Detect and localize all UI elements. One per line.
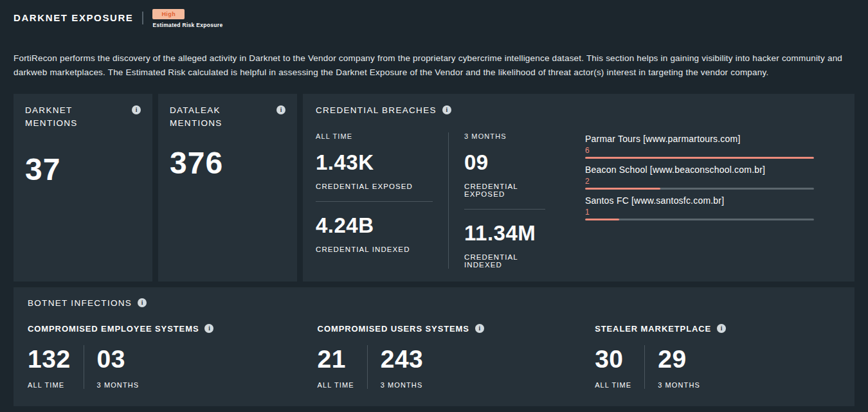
stealer-marketplace-section: STEALER MARKETPLACE i 30 ALL TIME 29 3 M… xyxy=(595,324,840,389)
darknet-mentions-header: DARKNET MENTIONS i xyxy=(25,104,141,130)
breach-source-label: Parmar Tours [www.parmartours.com] xyxy=(585,134,814,144)
breach-source-row: Beacon School [www.beaconschool.com.br] … xyxy=(585,165,814,190)
section-stats: 30 ALL TIME 29 3 MONTHS xyxy=(595,345,840,389)
all-time-value: 21 xyxy=(318,345,354,373)
all-time-stat: 21 ALL TIME xyxy=(318,345,367,389)
credential-breaches-title: CREDENTIAL BREACHES xyxy=(316,104,437,117)
darknet-exposure-page: DARKNET EXPOSURE High Estimated Risk Exp… xyxy=(0,0,868,412)
page-title: DARKNET EXPOSURE xyxy=(14,12,133,23)
credential-exposed-value: 1.43K xyxy=(316,150,448,175)
section-header: STEALER MARKETPLACE i xyxy=(595,324,840,334)
breach-source-bar-fill xyxy=(585,157,814,159)
three-months-stat: 29 3 MONTHS xyxy=(645,345,700,389)
three-months-label: 3 MONTHS xyxy=(381,381,424,389)
section-stats: 132 ALL TIME 03 3 MONTHS xyxy=(28,345,318,389)
breach-source-bar-track xyxy=(585,157,814,159)
metrics-cards-row: DARKNET MENTIONS i 37 DATALEAK MENTIONS … xyxy=(14,94,854,282)
section-title: COMPROMISED USERS SYSTEMS xyxy=(318,324,469,334)
botnet-infections-title: BOTNET INFECTIONS xyxy=(28,297,132,310)
section-description: FortiRecon performs the discovery of the… xyxy=(14,51,853,80)
credential-exposed-label: CREDENTIAL EXPOSED xyxy=(464,183,545,198)
three-months-stat: 243 3 MONTHS xyxy=(368,345,424,389)
stat-divider xyxy=(316,201,433,202)
credential-indexed-label: CREDENTIAL INDEXED xyxy=(464,253,545,269)
breach-source-label: Santos FC [www.santosfc.com.br] xyxy=(585,195,814,206)
breach-source-bar-track xyxy=(585,188,814,190)
period-label: 3 MONTHS xyxy=(464,132,545,140)
breach-source-label: Beacon School [www.beaconschool.com.br] xyxy=(585,165,814,175)
compromised-users-systems-section: COMPROMISED USERS SYSTEMS i 21 ALL TIME … xyxy=(318,324,595,389)
dataleak-mentions-card: DATALEAK MENTIONS i 376 xyxy=(158,94,297,282)
section-stats: 21 ALL TIME 243 3 MONTHS xyxy=(318,345,595,389)
section-title: STEALER MARKETPLACE xyxy=(595,324,711,334)
breach-source-row: Parmar Tours [www.parmartours.com] 6 xyxy=(585,134,814,159)
credential-breaches-header: CREDENTIAL BREACHES i xyxy=(316,104,842,117)
three-months-stat: 03 3 MONTHS xyxy=(84,345,140,389)
darknet-mentions-card: DARKNET MENTIONS i 37 xyxy=(14,94,152,282)
compromised-employee-systems-section: COMPROMISED EMPLOYEE SYSTEMS i 132 ALL T… xyxy=(28,324,318,389)
credential-exposed-value: 09 xyxy=(464,150,545,175)
botnet-infections-header: BOTNET INFECTIONS i xyxy=(28,297,840,310)
all-time-label: ALL TIME xyxy=(28,381,71,389)
credential-indexed-label: CREDENTIAL INDEXED xyxy=(316,246,448,253)
all-time-value: 30 xyxy=(595,345,631,373)
breach-source-bar-fill xyxy=(585,188,660,190)
dataleak-mentions-title: DATALEAK MENTIONS xyxy=(170,104,271,130)
dataleak-mentions-value: 376 xyxy=(170,145,285,181)
all-time-stat: 30 ALL TIME xyxy=(595,345,644,389)
title-separator xyxy=(142,12,143,24)
credential-indexed-value: 4.24B xyxy=(316,213,448,238)
darknet-mentions-value: 37 xyxy=(25,152,141,187)
stat-divider xyxy=(464,209,545,210)
all-time-label: ALL TIME xyxy=(318,381,354,389)
three-months-label: 3 MONTHS xyxy=(97,381,140,389)
breach-source-value: 2 xyxy=(585,177,814,186)
info-icon[interactable]: i xyxy=(204,324,213,333)
all-time-value: 132 xyxy=(28,345,71,373)
info-icon[interactable]: i xyxy=(132,105,141,114)
credential-indexed-value: 11.34M xyxy=(464,221,545,246)
credential-all-time-column: ALL TIME 1.43K CREDENTIAL EXPOSED 4.24B … xyxy=(316,132,448,269)
darknet-mentions-title: DARKNET MENTIONS xyxy=(25,104,126,130)
info-icon[interactable]: i xyxy=(717,324,726,333)
info-icon[interactable]: i xyxy=(276,105,285,114)
risk-badge-label: Estimated Risk Exposure xyxy=(152,22,222,28)
breach-source-value: 1 xyxy=(585,208,814,217)
breach-sources-chart: Parmar Tours [www.parmartours.com] 6 Bea… xyxy=(585,134,814,269)
three-months-label: 3 MONTHS xyxy=(658,381,700,389)
three-months-value: 03 xyxy=(97,345,140,373)
botnet-sections-grid: COMPROMISED EMPLOYEE SYSTEMS i 132 ALL T… xyxy=(28,324,840,389)
info-icon[interactable]: i xyxy=(138,298,147,307)
credential-3-months-column: 3 MONTHS 09 CREDENTIAL EXPOSED 11.34M CR… xyxy=(449,132,545,269)
all-time-label: ALL TIME xyxy=(595,381,631,389)
breach-source-bar-fill xyxy=(585,219,619,220)
credential-breaches-card: CREDENTIAL BREACHES i ALL TIME 1.43K CRE… xyxy=(303,94,854,282)
risk-exposure-group: High Estimated Risk Exposure xyxy=(152,9,222,28)
breach-source-row: Santos FC [www.santosfc.com.br] 1 xyxy=(585,195,814,220)
dataleak-mentions-header: DATALEAK MENTIONS i xyxy=(170,104,285,130)
all-time-stat: 132 ALL TIME xyxy=(28,345,84,389)
botnet-infections-card: BOTNET INFECTIONS i COMPROMISED EMPLOYEE… xyxy=(14,287,854,406)
section-header: COMPROMISED USERS SYSTEMS i xyxy=(318,324,595,334)
section-header: COMPROMISED EMPLOYEE SYSTEMS i xyxy=(28,324,318,334)
three-months-value: 29 xyxy=(658,345,700,373)
breach-source-value: 6 xyxy=(585,146,814,155)
credential-breaches-body: ALL TIME 1.43K CREDENTIAL EXPOSED 4.24B … xyxy=(316,132,842,269)
section-title: COMPROMISED EMPLOYEE SYSTEMS xyxy=(28,324,199,334)
credential-exposed-label: CREDENTIAL EXPOSED xyxy=(316,183,448,190)
three-months-value: 243 xyxy=(381,345,424,373)
page-header: DARKNET EXPOSURE High Estimated Risk Exp… xyxy=(14,9,854,28)
risk-badge: High xyxy=(152,9,185,19)
info-icon[interactable]: i xyxy=(442,105,451,114)
info-icon[interactable]: i xyxy=(475,324,484,333)
period-label: ALL TIME xyxy=(316,132,448,140)
breach-source-bar-track xyxy=(585,219,814,220)
